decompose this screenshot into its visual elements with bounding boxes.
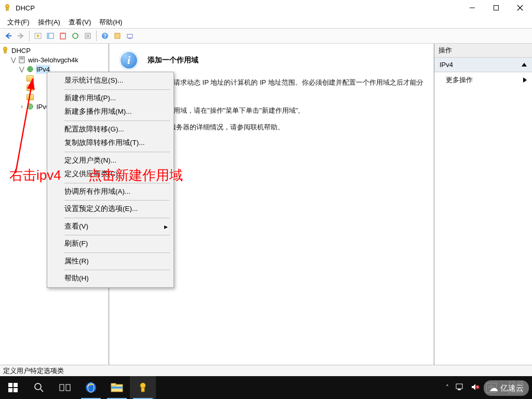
ctx-help[interactable]: 帮助(H)	[49, 272, 172, 286]
taskbar-ie[interactable]	[78, 376, 104, 399]
network-icon[interactable]	[455, 383, 464, 393]
add-button[interactable]	[32, 30, 44, 42]
properties-button[interactable]	[112, 30, 123, 42]
ctx-separator	[64, 121, 170, 121]
toolbar: ?	[0, 28, 532, 44]
ctx-properties[interactable]: 属性(R)	[49, 255, 172, 269]
svg-rect-16	[128, 38, 131, 39]
taskbar-dhcp[interactable]	[130, 376, 156, 399]
tree-server[interactable]: ⋁ win-3elohvgch4k	[1, 55, 108, 64]
status-text: 定义用户特定选项类	[3, 366, 64, 376]
tree-root[interactable]: DHCP	[1, 46, 108, 55]
ctx-separator	[64, 89, 170, 90]
taskbar: ˄ 中 22:45 2019/	[0, 376, 532, 399]
ctx-config-failover[interactable]: 配置故障转移(G)...	[49, 123, 172, 137]
dhcp-icon	[1, 46, 9, 55]
ctx-separator	[64, 218, 170, 218]
ctx-separator	[64, 252, 170, 253]
ctx-reconcile[interactable]: 协调所有作用域(A)...	[49, 185, 172, 199]
volume-icon[interactable]	[471, 383, 480, 393]
svg-text:?: ?	[103, 33, 107, 39]
watermark: ☁ 亿速云	[484, 380, 529, 396]
tree-server-label: win-3elohvgch4k	[28, 56, 78, 64]
ctx-predefined-options[interactable]: 设置预定义的选项(E)...	[49, 202, 172, 216]
actions-more[interactable]: 更多操作	[434, 72, 532, 88]
nav-forward-button[interactable]	[15, 30, 26, 42]
svg-rect-39	[456, 384, 462, 389]
svg-rect-19	[19, 57, 24, 63]
ctx-copy-failover[interactable]: 复制故障转移作用域(T)...	[49, 136, 172, 150]
svg-point-23	[28, 104, 33, 110]
actions-more-label: 更多操作	[446, 75, 473, 85]
tray-up-icon[interactable]: ˄	[446, 384, 449, 391]
ctx-separator	[64, 152, 170, 152]
window-controls	[460, 0, 532, 16]
svg-rect-18	[4, 50, 6, 53]
close-button[interactable]	[508, 0, 532, 16]
svg-rect-24	[8, 383, 12, 387]
task-view-button[interactable]	[52, 376, 78, 399]
collapse-up-icon	[522, 63, 527, 66]
nav-back-button[interactable]	[3, 30, 14, 42]
search-button[interactable]	[26, 376, 52, 399]
menu-file[interactable]: 文件(F)	[3, 17, 34, 28]
svg-rect-36	[111, 387, 123, 389]
ctx-new-scope[interactable]: 新建作用域(P)...	[49, 91, 172, 105]
svg-point-0	[6, 5, 9, 8]
title-bar: DHCP	[0, 0, 532, 16]
svg-rect-40	[458, 389, 461, 390]
status-bar: 定义用户特定选项类	[0, 365, 532, 376]
ctx-separator	[64, 270, 170, 270]
svg-rect-26	[8, 388, 12, 392]
folder-icon	[26, 74, 34, 83]
toolbar-separator	[29, 31, 30, 41]
svg-rect-14	[115, 33, 120, 38]
svg-rect-31	[66, 384, 70, 391]
help-button[interactable]: ?	[99, 30, 111, 42]
menu-help[interactable]: 帮助(H)	[95, 17, 126, 28]
tree-root-label: DHCP	[11, 47, 31, 55]
refresh-button[interactable]	[70, 30, 81, 42]
ctx-separator	[64, 200, 170, 201]
chevron-right-icon: ▸	[164, 222, 168, 231]
manage-button[interactable]	[124, 30, 136, 42]
ctx-view[interactable]: 查看(V)▸	[49, 220, 172, 234]
actions-section-label: IPv4	[440, 61, 453, 69]
ctx-show-stats[interactable]: 显示统计信息(S)...	[49, 74, 172, 88]
menu-bar: 文件(F) 操作(A) 查看(V) 帮助(H)	[0, 16, 532, 28]
ctx-refresh[interactable]: 刷新(F)	[49, 237, 172, 251]
ctx-new-multicast[interactable]: 新建多播作用域(M)...	[49, 105, 172, 119]
svg-point-10	[73, 33, 78, 38]
svg-rect-27	[14, 388, 18, 392]
svg-rect-35	[111, 383, 116, 385]
actions-section-ipv4[interactable]: IPv4	[434, 58, 532, 72]
dhcp-app-icon	[3, 4, 11, 12]
expand-toggle[interactable]: ›	[18, 103, 26, 110]
export-list-button[interactable]	[82, 30, 94, 42]
show-hide-tree-button[interactable]	[45, 30, 56, 42]
delete-button[interactable]	[57, 30, 69, 42]
svg-point-17	[4, 47, 7, 51]
cloud-icon: ☁	[489, 382, 498, 394]
actions-panel: 操作 IPv4 更多操作	[434, 44, 532, 365]
svg-rect-9	[60, 33, 65, 39]
menu-action[interactable]: 操作(A)	[34, 17, 64, 28]
minimize-button[interactable]	[460, 0, 484, 16]
svg-rect-25	[14, 383, 18, 387]
start-button[interactable]	[0, 376, 26, 399]
expand-toggle[interactable]: ⋁	[9, 56, 18, 63]
menu-view[interactable]: 查看(V)	[64, 17, 95, 28]
window-title: DHCP	[16, 4, 460, 12]
maximize-button[interactable]	[484, 0, 508, 16]
svg-point-32	[86, 382, 96, 393]
svg-rect-21	[20, 59, 23, 59]
folder-icon	[26, 93, 34, 101]
taskbar-explorer[interactable]	[104, 376, 130, 399]
ctx-define-user-class[interactable]: 定义用户类(N)...	[49, 154, 172, 168]
svg-rect-38	[141, 388, 144, 392]
ipv6-icon	[26, 102, 34, 111]
svg-point-28	[35, 383, 41, 390]
svg-rect-8	[47, 33, 49, 38]
svg-rect-15	[127, 34, 132, 38]
expand-toggle[interactable]: ⋁	[18, 65, 26, 73]
